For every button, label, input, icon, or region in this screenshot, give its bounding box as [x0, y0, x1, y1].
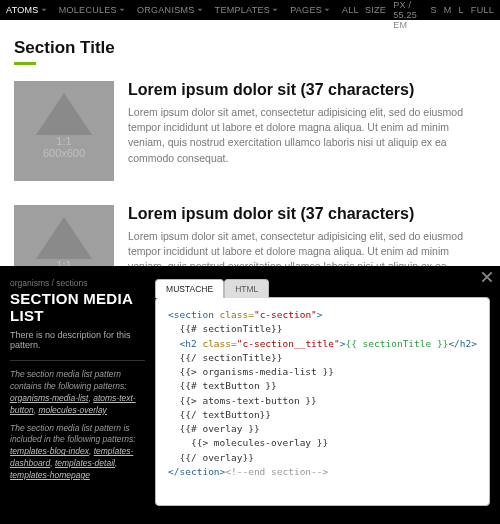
- code-block: <section class="c-section"> {{# sectionT…: [155, 297, 490, 506]
- nav-templates[interactable]: TEMPLATES: [209, 0, 285, 20]
- pattern-info-panel: organisms / sections SECTION MEDIA LIST …: [0, 266, 500, 524]
- top-toolbar: ATOMS MOLECULES ORGANISMS TEMPLATES PAGE…: [0, 0, 500, 20]
- media-heading: Lorem ipsum dolor sit (37 characters): [128, 205, 486, 223]
- media-heading: Lorem ipsum dolor sit (37 characters): [128, 81, 486, 99]
- included-paragraph: The section media list pattern is includ…: [10, 423, 145, 482]
- triangle-icon: [36, 93, 92, 135]
- title-underline: [14, 62, 36, 65]
- nav-all[interactable]: ALL: [336, 0, 365, 20]
- size-value: 884 PX / 55.25 EM: [393, 0, 423, 30]
- size-l[interactable]: L: [459, 5, 464, 15]
- pattern-link[interactable]: organisms-media-list: [10, 393, 88, 403]
- size-m[interactable]: M: [444, 5, 452, 15]
- pattern-link[interactable]: molecules-overlay: [38, 405, 107, 415]
- thumb-dimensions: 1:1600x600: [14, 135, 114, 159]
- panel-description: There is no description for this pattern…: [10, 330, 145, 350]
- code-tabs: MUSTACHE HTML: [155, 278, 490, 297]
- nav-organisms[interactable]: ORGANISMS: [131, 0, 209, 20]
- pattern-link[interactable]: templates-homepage: [10, 470, 90, 480]
- chevron-down-icon: [41, 7, 47, 13]
- pattern-link[interactable]: templates-detail: [55, 458, 115, 468]
- chevron-down-icon: [324, 7, 330, 13]
- size-label: SIZE: [365, 5, 386, 15]
- chevron-down-icon: [119, 7, 125, 13]
- media-text: Lorem ipsum dolor sit amet, consectetur …: [128, 105, 486, 166]
- pattern-link[interactable]: templates-blog-index: [10, 446, 89, 456]
- nav-molecules[interactable]: MOLECULES: [53, 0, 131, 20]
- tab-mustache[interactable]: MUSTACHE: [155, 279, 224, 298]
- divider: [10, 360, 145, 361]
- nav-atoms[interactable]: ATOMS: [0, 0, 53, 20]
- panel-title: SECTION MEDIA LIST: [10, 290, 145, 324]
- chevron-down-icon: [272, 7, 278, 13]
- chevron-down-icon: [197, 7, 203, 13]
- breadcrumb: organisms / sections: [10, 278, 145, 288]
- triangle-icon: [36, 217, 92, 259]
- nav-pages[interactable]: PAGES: [284, 0, 336, 20]
- close-button[interactable]: [480, 270, 494, 284]
- thumbnail-placeholder: 1:1600x600: [14, 81, 114, 181]
- tab-html[interactable]: HTML: [224, 279, 269, 298]
- media-item: 1:1600x600 Lorem ipsum dolor sit (37 cha…: [14, 81, 486, 181]
- size-full[interactable]: FULL: [471, 5, 494, 15]
- section-title: Section Title: [14, 38, 486, 58]
- close-icon: [480, 270, 494, 284]
- contains-paragraph: The section media list pattern contains …: [10, 369, 145, 417]
- nav-menu: ATOMS MOLECULES ORGANISMS TEMPLATES PAGE…: [0, 0, 365, 20]
- size-s[interactable]: S: [430, 5, 436, 15]
